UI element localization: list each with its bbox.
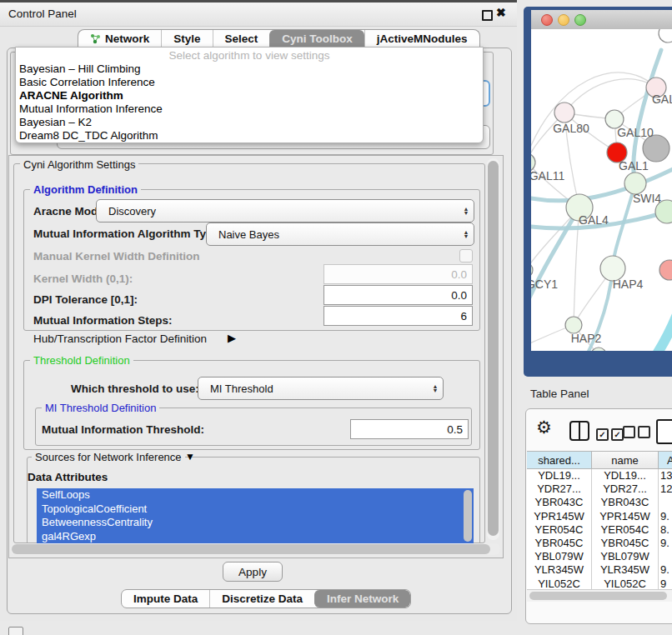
which-threshold-value: MI Threshold — [198, 382, 428, 395]
network-node-gcy1[interactable] — [531, 262, 533, 278]
table-cell: YER054C — [592, 523, 659, 537]
minimize-window-icon[interactable] — [558, 14, 569, 26]
algorithm-option[interactable]: Basic Correlation Inference — [16, 76, 483, 89]
algorithm-option[interactable]: Bayesian – Hill Climbing — [16, 62, 483, 76]
table-row[interactable]: YBR045CYBR045C9. — [527, 537, 672, 550]
scrollbar-thumb[interactable] — [488, 161, 499, 536]
mi-threshold-field[interactable]: 0.5 — [350, 419, 469, 439]
column-header-1[interactable]: shared... — [527, 451, 592, 469]
table-cell: 13 — [659, 469, 672, 482]
attributes-scrollbar[interactable] — [464, 490, 472, 542]
hub-section-label[interactable]: Hub/Transcription Factor Definition — [33, 332, 207, 345]
collapse-down-arrow-icon[interactable]: ▼ — [185, 451, 195, 462]
data-attributes-label: Data Attributes — [28, 471, 108, 483]
tab-select[interactable]: Select — [213, 30, 270, 48]
table-rows: YDL19...YDL19...13YDR27...YDR27...12YBR0… — [527, 469, 672, 589]
settings-vertical-scrollbar[interactable] — [487, 158, 499, 540]
node-label: GAL — [652, 92, 672, 106]
network-node-gal80[interactable] — [554, 102, 574, 122]
table-row[interactable]: YBR043CYBR043C — [527, 496, 672, 509]
table-cell: 9. — [659, 563, 672, 577]
table-row[interactable]: YIL052CYIL052C9 — [527, 578, 672, 590]
column-header-2[interactable]: name — [592, 451, 659, 469]
mi-threshold-title: MI Threshold Definition — [42, 402, 159, 414]
mi-steps-label: Mutual Information Steps: — [33, 314, 173, 327]
network-node-y[interactable] — [659, 260, 672, 280]
algorithm-option[interactable]: Mutual Information Inference — [16, 102, 483, 116]
network-canvas[interactable]: GALGAL80GAL10GAL1GAL11SWI4GAL4GCY1HAP4YH… — [531, 29, 672, 351]
network-view-window[interactable]: GALGAL80GAL10GAL1GAL11SWI4GAL4GCY1HAP4YH… — [524, 7, 672, 377]
network-icon — [90, 33, 101, 44]
table-row[interactable]: YPR145WYPR145W9. — [527, 510, 672, 523]
float-window-icon[interactable] — [482, 10, 493, 21]
data-attribute-item[interactable]: BetweennessCentrality — [37, 516, 474, 530]
settings-horizontal-scrollbar[interactable] — [10, 543, 500, 555]
table-cell: YDR27... — [592, 482, 659, 496]
sources-title: Sources for Network Inference — [32, 451, 185, 463]
new-column-icon[interactable] — [656, 419, 672, 444]
tab-label: Cyni Toolbox — [282, 32, 353, 45]
tab-discretize-data[interactable]: Discretize Data — [209, 590, 314, 608]
mi-type-value: Naive Bayes — [207, 228, 459, 241]
dpi-tolerance-field[interactable]: 0.0 — [323, 285, 473, 305]
table-row[interactable]: YDL19...YDL19...13 — [527, 469, 672, 482]
tab-network[interactable]: Network — [78, 30, 161, 48]
tab-label: Discretize Data — [222, 592, 303, 605]
tab-label: jActiveMNodules — [377, 32, 468, 45]
column-browser-icon[interactable] — [569, 421, 589, 441]
close-icon[interactable]: ✖ — [496, 6, 506, 19]
table-cell: YER054C — [527, 523, 592, 537]
aracne-mode-combo[interactable]: Discovery ▲▼ — [96, 199, 474, 222]
network-node[interactable] — [659, 29, 672, 42]
mi-threshold-value: 0.5 — [447, 423, 463, 436]
scrollbar-thumb[interactable] — [12, 544, 490, 554]
data-attribute-item[interactable]: gal4RGexp — [37, 530, 474, 544]
mi-threshold-label: Mutual Information Threshold: — [42, 423, 204, 436]
table-horizontal-scrollbar[interactable] — [527, 589, 672, 602]
dropdown-prompt: Select algorithm to view settings — [16, 48, 483, 62]
tab-infer-network[interactable]: Infer Network — [314, 590, 410, 608]
data-attribute-item[interactable]: TopologicalCoefficient — [37, 502, 474, 517]
apply-button[interactable]: Apply — [223, 562, 283, 582]
data-attribute-item[interactable]: SelfLoops — [37, 488, 474, 502]
mi-type-combo[interactable]: Naive Bayes ▲▼ — [206, 222, 474, 246]
algorithm-option[interactable]: Dream8 DC_TDC Algorithm — [16, 129, 483, 142]
table-header-row: shared...nameA — [527, 451, 672, 469]
algorithm-option[interactable]: Bayesian – K2 — [16, 116, 483, 129]
table-row[interactable]: YBL079WYBL079W — [527, 550, 672, 563]
expand-right-arrow-icon[interactable]: ▶ — [228, 332, 236, 344]
control-panel-titlebar[interactable]: Control Panel ✖ — [0, 2, 517, 27]
node-label: GAL80 — [553, 122, 589, 135]
algorithm-option[interactable]: ARACNE Algorithm — [16, 89, 483, 102]
scrollbar-thumb[interactable] — [529, 592, 667, 600]
data-attributes-list[interactable]: SelfLoopsTopologicalCoefficientBetweenne… — [37, 488, 474, 543]
column-header-3[interactable]: A — [659, 451, 672, 469]
table-cell: YBL079W — [527, 550, 592, 563]
close-window-icon[interactable] — [541, 14, 553, 26]
tab-cyni-toolbox[interactable]: Cyni Toolbox — [269, 30, 364, 48]
tab-label: Impute Data — [133, 592, 198, 605]
show-all-columns-icon[interactable]: ✓✓ — [596, 426, 624, 441]
table-row[interactable]: YER054CYER054C8. — [527, 523, 672, 537]
gear-icon[interactable]: ⚙ — [536, 418, 552, 438]
tab-style[interactable]: Style — [161, 30, 212, 48]
table-row[interactable]: YDR27...YDR27...12 — [527, 482, 672, 496]
network-node-hap2[interactable] — [565, 317, 582, 333]
hide-all-columns-icon[interactable] — [623, 426, 650, 442]
mi-steps-field[interactable]: 6 — [323, 306, 473, 326]
zoom-window-icon[interactable] — [574, 14, 586, 26]
kernel-width-label: Kernel Width (0,1): — [33, 272, 133, 285]
network-window-titlebar[interactable] — [531, 10, 672, 30]
which-threshold-combo[interactable]: MI Threshold ▲▼ — [198, 377, 444, 400]
table-row[interactable]: YLR345WYLR345W9. — [527, 563, 672, 577]
mi-type-label: Mutual Information Algorithm Type: — [33, 228, 223, 240]
network-edge — [624, 312, 672, 351]
network-edge — [531, 72, 656, 162]
panel-dock-icon[interactable] — [8, 627, 23, 635]
table-cell: 9. — [659, 537, 672, 550]
node-label: HAP4 — [613, 278, 644, 291]
tab-impute-data[interactable]: Impute Data — [122, 590, 209, 608]
table-cell: YDL19... — [527, 469, 592, 482]
network-node[interactable] — [591, 348, 606, 351]
tab-jactivemnodules[interactable]: jActiveMNodules — [364, 30, 479, 48]
